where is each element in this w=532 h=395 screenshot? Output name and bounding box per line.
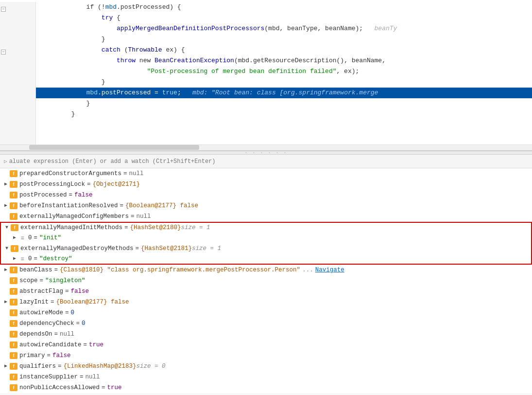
var-row-externallyManagedDestroyMethods[interactable]: ▼ f externallyManagedDestroyMethods = {H… bbox=[0, 243, 532, 254]
field-icon: f bbox=[10, 309, 17, 316]
code-method-exception: BeanCreationException bbox=[154, 55, 234, 66]
var-value: 0 bbox=[71, 307, 75, 318]
var-meta: size = 1 bbox=[192, 243, 221, 254]
var-name: beforeInstantiationResolved bbox=[19, 200, 118, 211]
field-icon: f bbox=[10, 341, 17, 348]
field-icon: f bbox=[10, 299, 17, 305]
var-value: "singleton" bbox=[45, 275, 86, 286]
code-token: } bbox=[41, 34, 105, 45]
field-icon: f bbox=[10, 352, 17, 359]
expand-icon[interactable]: ▶ bbox=[2, 202, 10, 210]
expand-icon[interactable]: ▼ bbox=[3, 224, 11, 232]
var-name: abstractFlag bbox=[19, 286, 63, 297]
code-type: Throwable bbox=[128, 45, 162, 55]
variables-panel: ▷ f preparedConstructorArguments = null … bbox=[0, 155, 532, 393]
code-line-3: applyMergedBeanDefinitionPostProcessors(… bbox=[41, 23, 532, 34]
evaluate-expression-input[interactable] bbox=[9, 158, 528, 165]
var-row-qualifiers[interactable]: ▶ f qualifiers = {LinkedHashMap@2183} si… bbox=[0, 361, 532, 372]
var-equals: = bbox=[120, 200, 124, 211]
var-row-postProcessingLock[interactable]: ▶ f postProcessingLock = {Object@2171} bbox=[0, 179, 532, 190]
var-row-destroy-entry[interactable]: ▶ ≡ 0 = "destroy" bbox=[0, 254, 532, 265]
var-name: instanceSupplier bbox=[19, 372, 78, 382]
var-name: scope bbox=[19, 275, 38, 286]
field-icon: f bbox=[10, 192, 17, 198]
field-icon: f bbox=[11, 245, 18, 252]
code-token: ( bbox=[120, 45, 128, 55]
var-name: autowireMode bbox=[19, 307, 63, 318]
var-equals: = bbox=[47, 350, 51, 361]
field-icon: f bbox=[10, 181, 17, 188]
code-line-7: "Post-processing of merged bean definiti… bbox=[41, 66, 532, 77]
var-row-beanClass[interactable]: ▶ f beanClass = {Class@1810} "class org.… bbox=[0, 265, 532, 275]
var-row-dependencyCheck[interactable]: f dependencyCheck = 0 bbox=[0, 318, 532, 329]
var-row-init-entry[interactable]: ▶ ≡ 0 = "init" bbox=[0, 233, 532, 243]
expand-icon[interactable]: ▶ bbox=[2, 266, 10, 274]
expand-icon[interactable]: ▼ bbox=[3, 245, 11, 252]
code-token: .postProcessed) { bbox=[117, 2, 181, 13]
code-horizontal-scrollbar[interactable] bbox=[0, 144, 532, 150]
var-equals: = bbox=[54, 265, 58, 275]
fold-marker-10 bbox=[0, 100, 7, 111]
var-row-primary[interactable]: f primary = false bbox=[0, 350, 532, 361]
var-row-abstractFlag[interactable]: f abstractFlag = false bbox=[0, 286, 532, 297]
var-name: 0 bbox=[28, 233, 32, 243]
var-value: {Boolean@2177} false bbox=[56, 297, 129, 307]
code-keyword-try: try bbox=[102, 13, 113, 23]
var-ellipsis: ... bbox=[302, 265, 313, 275]
code-token: } bbox=[41, 109, 75, 120]
var-row-externallyManagedInitMethods[interactable]: ▼ f externallyManagedInitMethods = {Hash… bbox=[0, 222, 532, 233]
var-equals: = bbox=[76, 318, 80, 329]
var-equals: = bbox=[65, 307, 69, 318]
field-icon: f bbox=[10, 213, 17, 220]
expand-icon[interactable]: ▶ bbox=[2, 298, 10, 306]
code-token: if (! bbox=[41, 2, 105, 13]
var-row-dependsOn[interactable]: f dependsOn = null bbox=[0, 329, 532, 340]
navigate-link[interactable]: Navigate bbox=[315, 265, 344, 275]
var-name: externallyManagedDestroyMethods bbox=[20, 243, 134, 254]
expand-icon[interactable]: ▶ bbox=[2, 362, 10, 370]
var-value: false bbox=[74, 190, 93, 200]
code-line-6: throw new BeanCreationException(mbd.getR… bbox=[41, 55, 532, 66]
field-icon: f bbox=[10, 331, 17, 338]
var-name: dependencyCheck bbox=[19, 318, 74, 329]
code-token: } bbox=[41, 77, 105, 88]
var-row-beforeInstantiationResolved[interactable]: ▶ f beforeInstantiationResolved = {Boole… bbox=[0, 200, 532, 211]
fold-marker-5[interactable]: − bbox=[0, 47, 7, 57]
panel-resize-handle[interactable]: · · · · · · bbox=[0, 151, 532, 155]
code-line-11: } bbox=[41, 109, 532, 120]
code-field-hl: mbd bbox=[86, 88, 98, 98]
fold-marker-1[interactable]: − bbox=[0, 4, 7, 15]
var-row-externallyManagedConfigMembers[interactable]: f externallyManagedConfigMembers = null bbox=[0, 211, 532, 222]
var-name: beanClass bbox=[19, 265, 52, 275]
var-row-autowireMode[interactable]: f autowireMode = 0 bbox=[0, 307, 532, 318]
field-icon: f bbox=[10, 267, 17, 273]
var-equals: = bbox=[123, 168, 127, 179]
field-icon: f bbox=[10, 277, 17, 284]
expand-icon[interactable]: ▶ bbox=[11, 234, 18, 242]
evaluate-icon: ▷ bbox=[4, 158, 7, 164]
fold-marker-7 bbox=[0, 68, 7, 79]
var-value: {HashSet@2180} bbox=[130, 222, 181, 233]
code-content: if (!mbd.postProcessed) { try { applyMer… bbox=[36, 2, 532, 150]
var-row-scope[interactable]: f scope = "singleton" bbox=[0, 275, 532, 286]
var-name: preparedConstructorArguments bbox=[19, 168, 121, 179]
var-row-lazyInit[interactable]: ▶ f lazyInit = {Boolean@2177} false bbox=[0, 297, 532, 307]
var-row-autowireCandidate[interactable]: f autowireCandidate = true bbox=[0, 340, 532, 350]
expand-icon[interactable]: ▶ bbox=[11, 255, 18, 263]
var-name: postProcessed bbox=[19, 190, 67, 200]
code-token: ex) { bbox=[162, 45, 185, 55]
var-name: primary bbox=[19, 350, 45, 361]
expand-icon[interactable]: ▶ bbox=[2, 180, 10, 188]
var-row-postProcessed[interactable]: f postProcessed = false bbox=[0, 190, 532, 200]
code-token bbox=[41, 13, 102, 23]
code-line-5: catch (Throwable ex) { bbox=[41, 45, 532, 55]
var-value: true bbox=[107, 382, 122, 393]
code-comment-hl: mbd: "Root bean: class [org.springframew… bbox=[181, 88, 378, 98]
field-icon: f bbox=[10, 202, 17, 209]
code-keyword-catch: catch bbox=[102, 45, 120, 55]
var-row-nonPublicAccessAllowed[interactable]: f nonPublicAccessAllowed = true bbox=[0, 382, 532, 393]
var-equals: = bbox=[65, 286, 69, 297]
var-row-instanceSupplier[interactable]: f instanceSupplier = null bbox=[0, 372, 532, 382]
var-name: externallyManagedConfigMembers bbox=[19, 211, 129, 222]
var-row-preparedConstructorArguments[interactable]: f preparedConstructorArguments = null bbox=[0, 168, 532, 179]
